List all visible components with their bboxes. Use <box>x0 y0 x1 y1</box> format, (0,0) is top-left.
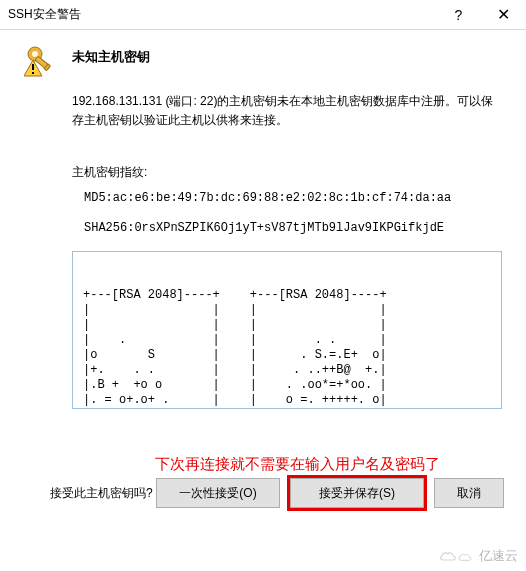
annotation-overlay: 下次再连接就不需要在输入用户名及密码了 <box>155 454 485 474</box>
footer: 接受此主机密钥吗? 一次性接受(O) 接受并保存(S) 取消 <box>0 478 526 508</box>
key-warning-icon <box>24 44 58 78</box>
heading: 未知主机密钥 <box>72 48 150 66</box>
fingerprint-label: 主机密钥指纹: <box>72 164 502 181</box>
cancel-button[interactable]: 取消 <box>434 478 504 508</box>
description-text: 192.168.131.131 (端口: 22)的主机密钥未在本地主机密钥数据库… <box>72 92 502 130</box>
accept-save-button[interactable]: 接受并保存(S) <box>290 478 424 508</box>
button-row: 一次性接受(O) 接受并保存(S) 取消 <box>156 478 504 508</box>
close-button[interactable]: ✕ <box>481 0 526 30</box>
window-title: SSH安全警告 <box>8 6 436 23</box>
titlebar: SSH安全警告 ? ✕ <box>0 0 526 30</box>
watermark-text: 亿速云 <box>479 547 518 565</box>
cloud-icon <box>439 550 457 562</box>
cloud-icon <box>457 550 475 562</box>
svg-point-1 <box>32 51 38 57</box>
ascii-art-sha256: +---[RSA 2048]----+ | | | | | . . | | . … <box>250 288 387 409</box>
help-button[interactable]: ? <box>436 0 481 30</box>
fingerprint-sha256: SHA256:0rsXPnSZPIK6Oj1yT+sV87tjMTb9lJav9… <box>84 221 502 235</box>
accept-question: 接受此主机密钥吗? <box>50 485 156 502</box>
watermark: 亿速云 <box>439 547 518 565</box>
svg-rect-4 <box>32 64 34 70</box>
ascii-art-md5: +---[RSA 2048]----+ | | | | | . | |o S |… <box>83 288 220 409</box>
fingerprint-md5: MD5:ac:e6:be:49:7b:dc:69:88:e2:02:8c:1b:… <box>84 191 502 205</box>
dialog-content: 未知主机密钥 192.168.131.131 (端口: 22)的主机密钥未在本地… <box>0 30 526 409</box>
header-row: 未知主机密钥 <box>24 44 502 78</box>
ascii-art-box: +---[RSA 2048]----+ | | | | | . | |o S |… <box>72 251 502 409</box>
accept-once-button[interactable]: 一次性接受(O) <box>156 478 280 508</box>
svg-rect-5 <box>32 72 34 74</box>
